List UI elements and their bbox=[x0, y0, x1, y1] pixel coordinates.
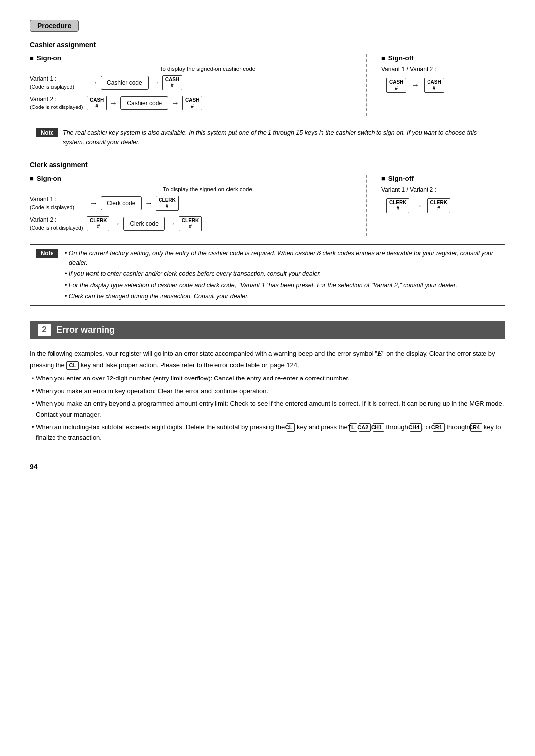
arrow1: → bbox=[90, 79, 98, 87]
cashier-note-text: The real cashier key system is also avai… bbox=[63, 128, 499, 147]
arrow8: → bbox=[112, 220, 120, 228]
cashier-diagram-subtitle: To display the signed-on cashier code bbox=[59, 66, 356, 72]
cl-key-inline: CL bbox=[66, 361, 79, 370]
cashier-variant2-sub: (Code is not displayed) bbox=[30, 104, 87, 111]
error-warning-body1: In the following examples, your register… bbox=[30, 347, 505, 370]
section-number: 2 bbox=[38, 324, 51, 336]
clerk-signoff-flow: CLERK # → CLERK # bbox=[386, 198, 505, 213]
arrow2: → bbox=[152, 79, 160, 87]
clerk-key-signoff-start: CLERK # bbox=[386, 198, 409, 213]
clerk-diagram-subtitle: To display the signed-on clerk code bbox=[59, 186, 356, 192]
arrow10: → bbox=[414, 202, 422, 210]
clerk-variant1-name: Variant 1 : bbox=[30, 195, 87, 204]
cashier-code-box-v2: Cashier code bbox=[120, 96, 168, 110]
cashier-signoff-variant-label: Variant 1 / Variant 2 : bbox=[381, 66, 505, 73]
clerk-note-bullet-item: • On the current factory setting, only t… bbox=[63, 249, 499, 268]
error-bullet-item: • When you make an error in key operatio… bbox=[30, 386, 505, 396]
arrow5: → bbox=[411, 81, 419, 89]
error-bullet-item: • When you make an entry beyond a progra… bbox=[30, 398, 505, 420]
clerk-key-v2-start: CLERK # bbox=[87, 216, 109, 231]
clerk-note-bullet-item: • If you want to enter cashier and/or cl… bbox=[63, 270, 499, 279]
clerk-key-v1: CLERK # bbox=[156, 196, 178, 211]
cashier-sign-off-diagram: Sign-off Variant 1 / Variant 2 : CASH # … bbox=[367, 54, 505, 116]
error-bullet-last: • When an including-tax subtotal exceeds… bbox=[30, 422, 505, 443]
key-inline: TL bbox=[349, 423, 357, 432]
key-inline: CR1 bbox=[433, 423, 445, 432]
clerk-code-box-v1: Clerk code bbox=[101, 196, 142, 210]
clerk-note-bullet-item: • For the display type selection of cash… bbox=[63, 281, 499, 290]
clerk-note-box: Note • On the current factory setting, o… bbox=[30, 244, 505, 306]
clerk-key-v2-end: CLERK # bbox=[179, 216, 202, 231]
clerk-variant2-sub: (Code is not displayed) bbox=[30, 224, 87, 232]
clerk-variant1-flow: Variant 1 : (Code is displayed) → Clerk … bbox=[30, 195, 356, 211]
cl-key-bullet: CL bbox=[287, 423, 295, 432]
cashier-sign-off-label: Sign-off bbox=[381, 54, 505, 62]
clerk-sign-off-diagram: Sign-off Variant 1 / Variant 2 : CLERK #… bbox=[367, 175, 505, 236]
key-inline: CH1 bbox=[373, 423, 384, 432]
cashier-note-label: Note bbox=[36, 128, 58, 137]
arrow9: → bbox=[168, 220, 176, 228]
cash-key-v1: CASH # bbox=[162, 75, 182, 90]
cashier-sign-on-label: Sign-on bbox=[30, 54, 356, 62]
cashier-variant1-flow: Variant 1 : (Code is displayed) → Cashie… bbox=[30, 75, 356, 90]
key-inline: CH4 bbox=[410, 423, 422, 432]
cashier-variant2-flow: Variant 2 : (Code is not displayed) CASH… bbox=[30, 95, 356, 110]
cashier-assignment-section: Cashier assignment Sign-on To display th… bbox=[30, 41, 505, 151]
clerk-note-label: Note bbox=[36, 249, 58, 258]
error-warning-header: 2 Error warning bbox=[30, 321, 505, 339]
clerk-sign-off-label: Sign-off bbox=[381, 175, 505, 182]
clerk-variant1-sub: (Code is displayed) bbox=[30, 204, 87, 211]
clerk-assignment-heading: Clerk assignment bbox=[30, 161, 505, 169]
cash-key-v2-end: CASH # bbox=[182, 96, 202, 110]
error-warning-heading: Error warning bbox=[56, 325, 115, 335]
cashier-variant1-name: Variant 1 : bbox=[30, 75, 87, 83]
arrow4: → bbox=[171, 99, 179, 107]
cashier-assignment-heading: Cashier assignment bbox=[30, 41, 505, 49]
clerk-variant2-name: Variant 2 : bbox=[30, 216, 87, 224]
error-warning-bullets: • When you enter an over 32-digit number… bbox=[30, 373, 505, 443]
clerk-sign-on-diagram: Sign-on To display the signed-on clerk c… bbox=[30, 175, 367, 236]
clerk-signoff-variant-label: Variant 1 / Variant 2 : bbox=[381, 186, 505, 193]
clerk-code-box-v2: Clerk code bbox=[123, 217, 164, 231]
cash-key-signoff-start: CASH # bbox=[386, 78, 406, 93]
clerk-variant2-flow: Variant 2 : (Code is not displayed) CLER… bbox=[30, 216, 356, 231]
cashier-code-box-v1: Cashier code bbox=[101, 76, 149, 90]
key-inline: CA2 bbox=[359, 423, 371, 432]
arrow6: → bbox=[90, 199, 98, 207]
clerk-assignment-section: Clerk assignment Sign-on To display the … bbox=[30, 161, 505, 306]
arrow7: → bbox=[145, 199, 153, 207]
cash-key-v2-start: CASH # bbox=[87, 96, 107, 110]
arrow3: → bbox=[109, 99, 117, 107]
cashier-sign-on-diagram: Sign-on To display the signed-on cashier… bbox=[30, 54, 367, 116]
clerk-note-bullet-item: • Clerk can be changed during the transa… bbox=[63, 292, 499, 301]
error-warning-section: 2 Error warning In the following example… bbox=[30, 321, 505, 443]
clerk-sign-on-label: Sign-on bbox=[30, 175, 356, 182]
procedure-badge: Procedure bbox=[30, 20, 79, 32]
cashier-note-box: Note The real cashier key system is also… bbox=[30, 124, 505, 152]
clerk-key-signoff-end: CLERK # bbox=[427, 198, 450, 213]
cashier-variant2-name: Variant 2 : bbox=[30, 95, 87, 104]
cashier-signoff-flow: CASH # → CASH # bbox=[386, 78, 505, 93]
clerk-note-bullets: • On the current factory setting, only t… bbox=[63, 249, 499, 301]
cash-key-signoff-end: CASH # bbox=[424, 78, 444, 93]
error-bullet-item: • When you enter an over 32-digit number… bbox=[30, 373, 505, 383]
page-number: 94 bbox=[30, 463, 505, 471]
cashier-variant1-sub: (Code is displayed) bbox=[30, 83, 87, 91]
key-inline: CR4 bbox=[470, 423, 482, 432]
